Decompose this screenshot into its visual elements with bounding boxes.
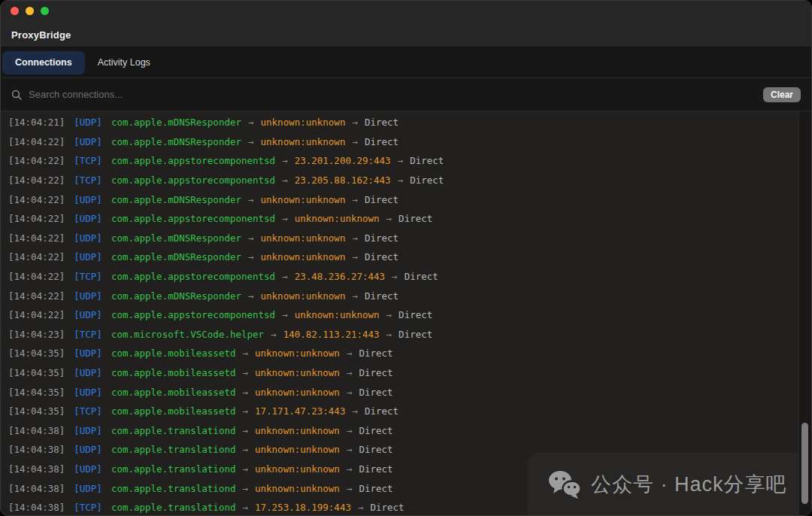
log-destination: unknown:unknown xyxy=(255,387,340,398)
log-protocol-badge: [UDP] xyxy=(74,463,102,475)
log-destination: unknown:unknown xyxy=(261,117,346,128)
log-timestamp: [14:04:38] xyxy=(8,483,65,494)
log-timestamp: [14:04:22] xyxy=(8,251,65,263)
arrow-icon: → xyxy=(282,271,288,282)
log-destination: unknown:unknown xyxy=(295,309,380,320)
log-destination: unknown:unknown xyxy=(295,213,380,224)
log-protocol-badge: [TCP] xyxy=(74,271,102,282)
log-timestamp: [14:04:21] xyxy=(8,117,65,128)
log-process-name: com.apple.mDNSResponder xyxy=(111,290,241,302)
log-policy: Direct xyxy=(398,213,432,224)
log-row: [14:04:22] [UDP] com.apple.appstorecompo… xyxy=(8,305,811,325)
zoom-window-button[interactable] xyxy=(41,7,49,15)
log-policy: Direct xyxy=(365,405,398,417)
log-timestamp: [14:04:38] xyxy=(8,425,65,436)
arrow-icon: → xyxy=(398,175,404,186)
search-input[interactable] xyxy=(29,89,763,100)
log-policy: Direct xyxy=(365,251,398,263)
search-bar: Clear xyxy=(1,78,811,111)
arrow-icon: → xyxy=(271,329,277,340)
log-row: [14:04:22] [UDP] com.apple.mDNSResponder… xyxy=(8,247,811,267)
log-protocol-badge: [UDP] xyxy=(74,444,102,455)
log-process-name: com.apple.appstorecomponentsd xyxy=(111,271,275,282)
arrow-icon: → xyxy=(282,175,288,186)
app-window: ProxyBridge Connections Activity Logs Cl… xyxy=(0,0,812,516)
scrollbar-thumb[interactable] xyxy=(801,423,808,504)
log-row: [14:04:21] [UDP] com.apple.mDNSResponder… xyxy=(8,113,811,132)
log-destination: unknown:unknown xyxy=(255,463,340,475)
log-policy: Direct xyxy=(365,290,398,302)
log-row: [14:04:35] [TCP] com.apple.mobileassetd … xyxy=(8,402,811,421)
arrow-icon: → xyxy=(386,309,392,320)
arrow-icon: → xyxy=(352,117,358,128)
log-policy: Direct xyxy=(370,502,404,513)
tab-connections-label: Connections xyxy=(15,57,72,68)
tab-activity-logs[interactable]: Activity Logs xyxy=(85,51,163,74)
arrow-icon: → xyxy=(358,502,364,513)
traffic-lights xyxy=(11,7,49,15)
arrow-icon: → xyxy=(386,329,392,340)
log-row: [14:04:22] [TCP] com.apple.appstorecompo… xyxy=(8,151,811,171)
log-policy: Direct xyxy=(365,194,398,205)
arrow-icon: → xyxy=(347,483,353,494)
log-process-name: com.apple.mobileassetd xyxy=(111,387,236,398)
arrow-icon: → xyxy=(248,251,254,263)
arrow-icon: → xyxy=(347,444,353,455)
log-process-name: com.apple.appstorecomponentsd xyxy=(111,309,275,320)
log-protocol-badge: [UDP] xyxy=(74,387,102,398)
arrow-icon: → xyxy=(242,444,248,455)
log-protocol-badge: [UDP] xyxy=(74,483,102,494)
log-row: [14:04:38] [UDP] com.apple.translationd … xyxy=(8,421,811,441)
log-timestamp: [14:04:35] xyxy=(8,348,65,359)
arrow-icon: → xyxy=(386,213,392,224)
arrow-icon: → xyxy=(242,425,248,436)
arrow-icon: → xyxy=(352,232,358,244)
tab-connections[interactable]: Connections xyxy=(2,51,85,74)
arrow-icon: → xyxy=(352,251,358,263)
log-destination: 17.253.18.199:443 xyxy=(255,502,351,513)
log-timestamp: [14:04:22] xyxy=(8,155,65,166)
log-destination: unknown:unknown xyxy=(255,425,340,436)
scrollbar-track[interactable] xyxy=(798,111,811,516)
log-policy: Direct xyxy=(398,309,432,320)
log-process-name: com.apple.appstorecomponentsd xyxy=(111,155,275,166)
log-timestamp: [14:04:22] xyxy=(8,271,65,282)
log-destination: unknown:unknown xyxy=(255,348,340,359)
clear-button[interactable]: Clear xyxy=(763,87,801,102)
log-destination: unknown:unknown xyxy=(255,367,340,378)
minimize-window-button[interactable] xyxy=(26,7,34,15)
log-row: [14:04:22] [UDP] com.apple.mDNSResponder… xyxy=(8,132,811,152)
log-timestamp: [14:04:38] xyxy=(8,502,65,513)
wechat-bubbles-icon xyxy=(548,470,581,499)
log-process-name: com.apple.translationd xyxy=(111,483,236,494)
log-policy: Direct xyxy=(359,348,392,359)
log-process-name: com.apple.mDNSResponder xyxy=(111,136,241,147)
arrow-icon: → xyxy=(282,213,288,224)
log-protocol-badge: [UDP] xyxy=(74,290,102,302)
log-row: [14:04:22] [UDP] com.apple.mDNSResponder… xyxy=(8,229,811,248)
arrow-icon: → xyxy=(242,463,248,475)
log-row: [14:04:22] [UDP] com.apple.appstorecompo… xyxy=(8,209,811,229)
log-timestamp: [14:04:22] xyxy=(8,213,65,224)
arrow-icon: → xyxy=(248,194,254,205)
log-protocol-badge: [UDP] xyxy=(74,136,102,147)
arrow-icon: → xyxy=(347,387,353,398)
log-process-name: com.apple.mDNSResponder xyxy=(111,194,241,205)
log-timestamp: [14:04:38] xyxy=(8,463,65,475)
arrow-icon: → xyxy=(242,367,248,378)
close-window-button[interactable] xyxy=(11,7,19,15)
log-protocol-badge: [TCP] xyxy=(74,405,102,417)
log-process-name: com.apple.mDNSResponder xyxy=(111,232,241,244)
log-destination: unknown:unknown xyxy=(255,483,340,494)
log-destination: unknown:unknown xyxy=(255,444,340,455)
log-destination: 23.48.236.27:443 xyxy=(295,271,385,282)
log-timestamp: [14:04:35] xyxy=(8,405,65,417)
log-process-name: com.apple.translationd xyxy=(111,502,236,513)
log-destination: unknown:unknown xyxy=(261,251,346,263)
log-timestamp: [14:04:22] xyxy=(8,232,65,244)
arrow-icon: → xyxy=(352,194,358,205)
arrow-icon: → xyxy=(242,405,248,417)
log-process-name: com.apple.mDNSResponder xyxy=(111,251,241,263)
watermark-text: 公众号 · Hack分享吧 xyxy=(591,471,787,498)
log-process-name: com.apple.mobileassetd xyxy=(111,405,236,417)
